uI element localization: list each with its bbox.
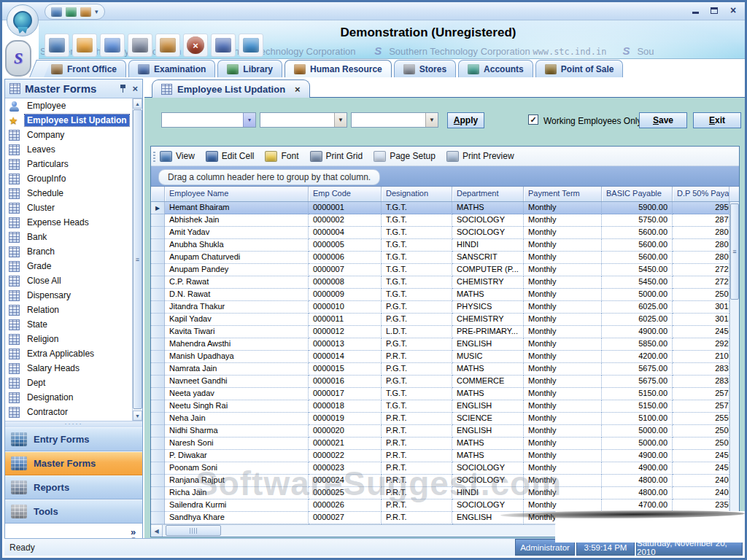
table-row[interactable]: Neha Jain0000019P.R.T.SCIENCEMonthly5100…: [151, 413, 739, 425]
row-selector[interactable]: [151, 338, 165, 351]
row-selector[interactable]: [151, 499, 165, 512]
row-selector[interactable]: [151, 512, 165, 524]
table-row[interactable]: Naresh Soni0000021P.R.T.MATHSMonthly5000…: [151, 438, 739, 450]
sidebar-item-state[interactable]: State: [5, 317, 142, 332]
dropdown-icon[interactable]: ▼: [334, 113, 347, 127]
module-tab-accounts[interactable]: Accounts: [458, 60, 533, 77]
row-selector[interactable]: [151, 425, 165, 438]
table-row[interactable]: P. Diwakar0000022P.R.T.MATHSMonthly4900.…: [151, 450, 739, 462]
table-row[interactable]: Amit Yadav0000004T.G.T.SOCIOLOGYMonthly5…: [151, 227, 739, 239]
sidebar-item-relation[interactable]: Relation: [5, 303, 142, 317]
row-selector[interactable]: [151, 264, 165, 276]
toolbar-item-font[interactable]: Font: [265, 151, 298, 162]
sidebar-item-schedule[interactable]: Schedule: [5, 186, 142, 201]
nav-button-master-forms[interactable]: Master Forms: [5, 451, 142, 475]
save-button[interactable]: Save: [639, 112, 687, 128]
nav-button-reports[interactable]: Reports: [5, 475, 142, 499]
employee-icon[interactable]: [100, 34, 125, 57]
close-red-icon[interactable]: ×: [183, 34, 208, 57]
row-selector[interactable]: [151, 487, 165, 499]
table-row[interactable]: ▶Hemant Bhairam0000001T.G.T.MATHSMonthly…: [151, 202, 739, 214]
sidebar-scrollbar[interactable]: ▲ ≡ ▼: [132, 98, 142, 421]
scroll-left-icon[interactable]: ◀: [151, 525, 163, 537]
sidebar-item-salary-heads[interactable]: Salary Heads: [5, 361, 142, 376]
lock-icon[interactable]: [128, 34, 152, 57]
module-tab-examination[interactable]: Examination: [128, 60, 215, 77]
document-tab-close-icon[interactable]: ×: [295, 84, 301, 95]
mail-docs-icon[interactable]: [211, 34, 236, 57]
window-grid-icon[interactable]: [51, 7, 62, 17]
table-row[interactable]: D.N. Rawat0000009T.G.T.MATHSMonthly5000.…: [151, 289, 739, 301]
module-tab-stores[interactable]: Stores: [394, 60, 456, 77]
row-selector[interactable]: [151, 326, 165, 338]
nav-button-tools[interactable]: Tools: [5, 499, 142, 524]
sidebar-item-cluster[interactable]: Cluster: [5, 201, 142, 215]
pin-icon[interactable]: [119, 84, 128, 93]
row-selector[interactable]: [151, 351, 165, 363]
toolbar-item-print-grid[interactable]: Print Grid: [310, 151, 363, 162]
sidebar-splitter[interactable]: ·····: [5, 421, 142, 427]
row-selector[interactable]: [151, 214, 165, 227]
table-row[interactable]: Anupam Chaturvedi0000006T.G.T.SANSCRITMo…: [151, 252, 739, 264]
nav-button-entry-forms[interactable]: Entry Forms: [5, 427, 142, 451]
sidebar-item-branch[interactable]: Branch: [5, 244, 142, 259]
column-header-d-p-50-payable[interactable]: D.P 50% Payable: [673, 187, 729, 201]
grid-vertical-scrollbar[interactable]: ≡: [729, 202, 739, 524]
row-selector[interactable]: [151, 239, 165, 252]
column-header-employee-name[interactable]: Employee Name: [165, 187, 309, 201]
module-tab-human-resource[interactable]: Human Resource: [285, 60, 392, 77]
table-row[interactable]: Navneet Gandhi0000016P.G.T.COMMERCEMonth…: [151, 376, 739, 388]
table-row[interactable]: Richa Jain0000025P.R.T.HINDIMonthly4800.…: [151, 487, 739, 499]
apply-button[interactable]: Apply: [447, 112, 484, 128]
sidebar-item-expense-heads[interactable]: Expense Heads: [5, 215, 142, 230]
row-selector[interactable]: [151, 388, 165, 400]
filter-combo-1[interactable]: ▾: [161, 112, 256, 128]
column-header-emp-code[interactable]: Emp Code: [309, 187, 382, 201]
table-row[interactable]: Mahendra Awsthi0000013P.G.T.ENGLISHMonth…: [151, 338, 739, 351]
sidebar-item-particulars[interactable]: Particulars: [5, 157, 142, 171]
table-row[interactable]: Nidhi Sharma0000020P.R.T.ENGLISHMonthly5…: [151, 425, 739, 438]
table-row[interactable]: Neetu Singh Rai0000018T.G.T.ENGLISHMonth…: [151, 400, 739, 413]
users-key-icon[interactable]: [155, 34, 180, 57]
toolbar-item-edit-cell[interactable]: Edit Cell: [206, 151, 255, 162]
table-row[interactable]: Anubha Shukla0000005T.G.T.HINDIMonthly56…: [151, 239, 739, 252]
report-icon[interactable]: [72, 34, 97, 57]
sidebar-item-employee-list-updation[interactable]: Employee List Updation: [5, 113, 142, 128]
sidebar-item-extra-applicables[interactable]: Extra Applicables: [5, 346, 142, 361]
row-selector[interactable]: [151, 314, 165, 326]
row-selector[interactable]: [151, 227, 165, 239]
scroll-down-icon[interactable]: ▼: [133, 411, 142, 421]
filter-combo-2[interactable]: ▼: [260, 112, 347, 128]
sidebar-item-religion[interactable]: Religion: [5, 332, 142, 346]
layout-icon[interactable]: [66, 7, 77, 17]
row-selector[interactable]: [151, 475, 165, 487]
table-row[interactable]: Manish Upadhaya0000014P.R.T.MUSICMonthly…: [151, 351, 739, 363]
dropdown-icon[interactable]: ▾: [243, 113, 255, 127]
sidebar-item-dept[interactable]: Dept: [5, 376, 142, 390]
module-tab-library[interactable]: Library: [217, 60, 282, 77]
row-selector[interactable]: [151, 376, 165, 388]
table-row[interactable]: Jitandra Thakur0000010P.G.T.PHYSICSMonth…: [151, 301, 739, 314]
calendar-icon[interactable]: [44, 34, 69, 57]
row-selector[interactable]: [151, 400, 165, 413]
application-button[interactable]: [7, 4, 39, 36]
toolbar-item-view[interactable]: View: [160, 151, 195, 162]
table-row[interactable]: Poonam Soni0000023P.R.T.SOCIOLOGYMonthly…: [151, 462, 739, 475]
scrollbar-thumb[interactable]: ≡: [133, 109, 142, 409]
scrollbar-thumb[interactable]: [166, 525, 221, 536]
qat-dropdown-icon[interactable]: ▾: [95, 8, 98, 15]
row-selector[interactable]: [151, 301, 165, 314]
table-row[interactable]: Abhishek Jain0000002T.G.T.SOCIOLOGYMonth…: [151, 214, 739, 227]
table-row[interactable]: Ranjana Rajput0000024P.R.T.SOCIOLOGYMont…: [151, 475, 739, 487]
filter-combo-3[interactable]: ▼: [351, 112, 438, 128]
table-row[interactable]: Anupam Pandey0000007T.G.T.COMPUTER (P...…: [151, 264, 739, 276]
table-row[interactable]: Kavita Tiwari0000012L.D.T.PRE-PRIMARY...…: [151, 326, 739, 338]
row-selector[interactable]: [151, 438, 165, 450]
row-selector[interactable]: [151, 289, 165, 301]
scrollbar-thumb[interactable]: ≡: [730, 203, 739, 300]
close-button[interactable]: ×: [727, 5, 739, 15]
table-row[interactable]: Namrata Jain0000015P.G.T.MATHSMonthly567…: [151, 363, 739, 376]
module-tab-point-of-sale[interactable]: Point of Sale: [535, 60, 624, 77]
row-selector[interactable]: [151, 462, 165, 475]
document-tab[interactable]: Employee List Updation ×: [152, 79, 310, 98]
